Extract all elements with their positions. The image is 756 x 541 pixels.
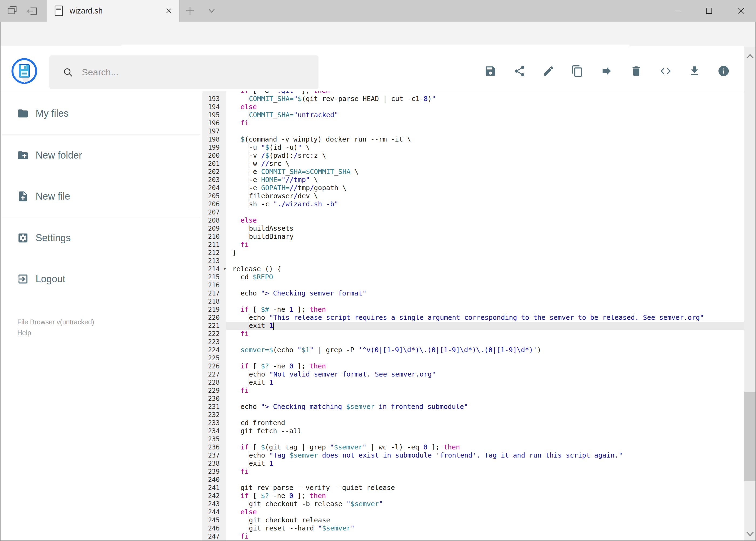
code-line[interactable]: fi xyxy=(226,467,744,476)
scrollbar-thumb[interactable] xyxy=(744,392,756,481)
code-line[interactable]: echo "Tag $semver does not exist in subm… xyxy=(226,451,744,459)
line-number: 202 xyxy=(202,168,226,176)
code-line[interactable] xyxy=(226,297,744,305)
code-line[interactable]: fi xyxy=(226,330,744,338)
code-line[interactable] xyxy=(226,435,744,443)
line-number: 220 xyxy=(202,313,226,322)
scroll-up-icon[interactable] xyxy=(744,50,756,62)
code-line[interactable]: exit 1 xyxy=(226,459,744,467)
code-line[interactable]: -w //src \ xyxy=(226,160,744,168)
code-line[interactable]: if [ $? -ne 0 ]; then xyxy=(226,362,744,370)
code-line[interactable]: COMMIT_SHA="$(git rev-parse HEAD | cut -… xyxy=(226,95,744,103)
code-line[interactable]: buildBinary xyxy=(226,233,744,241)
code-line[interactable]: echo "> Checking matching $semver in fro… xyxy=(226,403,744,411)
search-input[interactable] xyxy=(81,67,319,78)
move-button[interactable] xyxy=(599,63,615,79)
share-file-button[interactable] xyxy=(511,63,528,79)
sidebar-item-my-files[interactable]: My files xyxy=(0,99,202,128)
code-line[interactable]: semver=$(echo "$1" | grep -P '^v(0|[1-9]… xyxy=(226,346,744,354)
code-line[interactable]: fi xyxy=(226,532,744,540)
code-line[interactable] xyxy=(226,208,744,216)
code-line[interactable]: cd $REPO xyxy=(226,273,744,281)
sidebar-item-new-file[interactable]: New file xyxy=(0,182,202,211)
code-line[interactable]: sh -c "./wizard.sh -b" xyxy=(226,200,744,208)
close-button[interactable] xyxy=(729,0,753,22)
code-line[interactable]: git checkout -b release "$semver" xyxy=(226,500,744,508)
scroll-down-icon[interactable] xyxy=(744,528,756,540)
code-line[interactable]: git rev-parse --verify --quiet release xyxy=(226,484,744,492)
code-line[interactable] xyxy=(226,354,744,362)
browser-tab[interactable]: wizard.sh xyxy=(47,0,179,22)
code-line[interactable]: -v /$(pwd):/src:z \ xyxy=(226,152,744,160)
minimize-button[interactable] xyxy=(665,0,690,22)
help-link[interactable]: Help xyxy=(17,329,31,337)
code-line[interactable]: git fetch --all xyxy=(226,427,744,435)
code-line[interactable]: filebrowser/dev \ xyxy=(226,192,744,200)
save-button[interactable] xyxy=(482,63,499,79)
page-scrollbar[interactable] xyxy=(744,46,756,541)
code-line[interactable]: echo "This release script requires a sin… xyxy=(226,313,744,322)
code-line[interactable]: fi xyxy=(226,386,744,395)
tab-close-icon[interactable] xyxy=(165,7,173,15)
indent-guide xyxy=(232,322,249,330)
code-line[interactable] xyxy=(226,395,744,403)
sidebar-item-settings[interactable]: Settings xyxy=(0,223,202,253)
code-line[interactable]: -u "$(id -u)" \ xyxy=(226,144,744,152)
code-line[interactable] xyxy=(226,476,744,484)
code-line[interactable] xyxy=(226,257,744,265)
copy-button[interactable] xyxy=(569,63,586,79)
code-line[interactable]: else xyxy=(226,216,744,225)
code-line[interactable]: if [ -d ".git" ]; then xyxy=(226,91,744,95)
code-line[interactable]: exit 1 xyxy=(226,378,744,386)
maximize-button[interactable] xyxy=(697,0,721,22)
code-editor[interactable]: 1931941951961971981992002012022032042052… xyxy=(202,91,744,541)
code-button[interactable] xyxy=(657,63,674,79)
code-line[interactable]: echo "Not valid semver format. See semve… xyxy=(226,370,744,378)
code-line[interactable]: if [ $# -ne 1 ]; then xyxy=(226,305,744,313)
code-line[interactable] xyxy=(226,127,744,135)
code-line[interactable] xyxy=(226,338,744,346)
line-number: 232 xyxy=(202,411,226,419)
code-line[interactable]: -e GOPATH=//tmp/gopath \ xyxy=(226,184,744,192)
search-bar[interactable] xyxy=(49,55,319,89)
rename-button[interactable] xyxy=(540,63,557,79)
fold-arrow-icon[interactable]: ▾ xyxy=(223,265,226,273)
editor-code[interactable]: if [ -d ".git" ]; then COMMIT_SHA="$(git… xyxy=(226,91,744,541)
indent-guide xyxy=(232,524,249,532)
code-line[interactable]: -e COMMIT_SHA=$COMMIT_SHA \ xyxy=(226,168,744,176)
code-line[interactable]: else xyxy=(226,103,744,111)
code-line[interactable]: else xyxy=(226,508,744,516)
code-line[interactable]: -e HOME="//tmp" \ xyxy=(226,176,744,184)
line-number: 200 xyxy=(202,152,226,160)
code-line[interactable]: release () { xyxy=(226,265,744,273)
tab-preview-chevron-icon[interactable] xyxy=(206,7,217,15)
code-line[interactable]: } xyxy=(226,249,744,257)
code-stack: if [ -d ".git" ]; then COMMIT_SHA="$(git… xyxy=(226,91,744,540)
line-number: 205 xyxy=(202,192,226,200)
browser-tab-bar: wizard.sh xyxy=(0,0,756,22)
sidebar-item-logout[interactable]: Logout xyxy=(0,264,202,294)
code-line[interactable]: $(command -v winpty) docker run --rm -it… xyxy=(226,135,744,144)
download-button[interactable] xyxy=(686,63,702,79)
line-number: 212 xyxy=(202,249,226,257)
code-line[interactable]: cd frontend xyxy=(226,419,744,427)
tabs-set-aside-icon[interactable] xyxy=(6,5,18,17)
line-number: 198 xyxy=(202,135,226,144)
code-line[interactable]: if [ $(git tag | grep "$semver" | wc -l)… xyxy=(226,443,744,451)
code-line[interactable] xyxy=(226,411,744,419)
code-line[interactable]: if [ $? -ne 0 ]; then xyxy=(226,492,744,500)
code-line[interactable]: echo "> Checking semver format" xyxy=(226,289,744,297)
new-tab-icon[interactable] xyxy=(184,5,196,17)
code-line[interactable]: git checkout release xyxy=(226,516,744,524)
sidebar-item-new-folder[interactable]: New folder xyxy=(0,141,202,170)
code-line[interactable]: git reset --hard "$semver" xyxy=(226,524,744,532)
code-line[interactable]: exit 1 xyxy=(226,322,744,330)
code-line[interactable]: COMMIT_SHA="untracked" xyxy=(226,111,744,119)
code-line[interactable]: fi xyxy=(226,241,744,249)
set-tabs-aside-icon[interactable] xyxy=(26,5,38,17)
code-line[interactable]: buildAssets xyxy=(226,225,744,233)
code-line[interactable] xyxy=(226,281,744,289)
info-button[interactable] xyxy=(715,63,732,79)
code-line[interactable]: fi xyxy=(226,119,744,127)
delete-button[interactable] xyxy=(628,63,644,79)
